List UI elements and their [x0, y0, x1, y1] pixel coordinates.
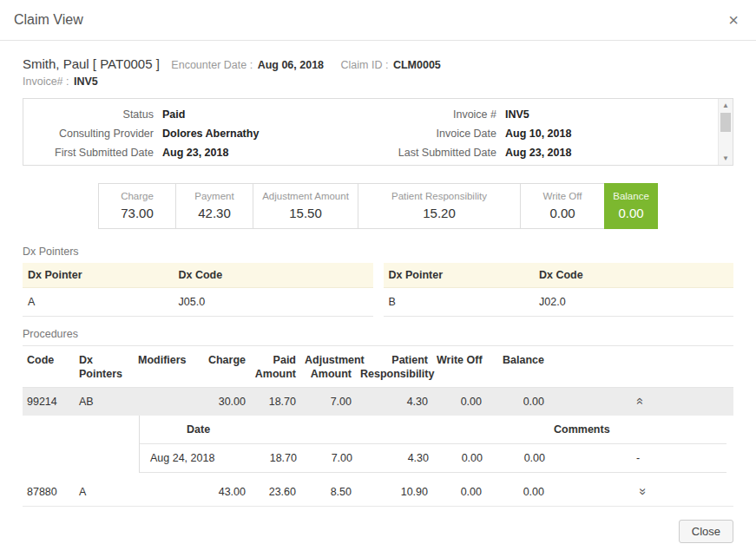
dx-header-row: Dx Pointer Dx Code: [384, 263, 734, 288]
write-off-cell: 0.00: [432, 387, 486, 416]
paid-amount-cell: 18.70: [250, 387, 300, 416]
claim-view-modal: Claim View × Smith, Paul [ PAT0005 ] Enc…: [0, 0, 756, 557]
close-icon[interactable]: ×: [728, 11, 739, 29]
balance-header: Balance: [486, 346, 549, 388]
detail-label: Status: [23, 108, 154, 121]
write-off-cell: 0.00: [433, 443, 487, 472]
dx-pointers-table-right: Dx Pointer Dx Code B J02.0: [384, 263, 734, 317]
scrollbar-thumb[interactable]: [720, 113, 731, 132]
detail-label: Consulting Provider: [23, 128, 154, 140]
table-row: A J05.0: [23, 288, 373, 317]
procedure-row: 87880 A 43.00 23.60 8.50 10.90 0.00 0.00…: [23, 478, 733, 507]
procedures-section-title: Procedures: [23, 328, 733, 340]
expand-chevron-icon[interactable]: «: [634, 488, 648, 495]
total-paid-amount: 42.30: [250, 506, 300, 513]
patient-responsibility-header: Patient Responsibility: [356, 346, 432, 388]
dx-code-cell: J02.0: [534, 288, 733, 317]
summary-card-charge: Charge 73.00: [98, 183, 176, 229]
detail-value: Dolores Abernathy: [154, 128, 323, 140]
total-balance: 0.00: [486, 506, 549, 513]
balance-cell: 0.00: [486, 387, 549, 416]
scroll-down-icon[interactable]: ▼: [719, 152, 733, 165]
procedures-table: Code Dx Pointers Modifiers Charge Paid A…: [23, 345, 733, 513]
total-adjustment-amount: 15.50: [300, 506, 356, 513]
card-label: Balance: [608, 191, 654, 201]
card-value: 73.00: [102, 206, 172, 220]
code-cell: 87880: [23, 478, 75, 507]
table-row: B J02.0: [384, 288, 734, 317]
detail-value: Aug 23, 2018: [496, 147, 712, 159]
dx-pointers-cell: A: [75, 478, 134, 507]
detail-label: First Submitted Date: [23, 147, 154, 159]
code-header: Code: [23, 346, 75, 388]
collapse-chevron-icon[interactable]: «: [634, 397, 648, 404]
patient-responsibility-cell: 10.90: [356, 478, 432, 507]
summary-card-balance: Balance 0.00: [604, 183, 658, 229]
paid-amount-header: Paid Amount: [250, 346, 300, 388]
modifiers-header: Modifiers: [134, 346, 196, 388]
total-charge: 73.00: [196, 506, 250, 513]
details-scrollbar[interactable]: ▲ ▼: [718, 99, 733, 165]
procedures-header-row: Code Dx Pointers Modifiers Charge Paid A…: [23, 346, 733, 388]
adjustment-amount-cell: 7.00: [301, 443, 357, 472]
paid-amount-cell: 23.60: [250, 478, 300, 507]
card-value: 0.00: [524, 206, 601, 220]
summary-card-write-off: Write Off 0.00: [520, 183, 605, 229]
dx-pointer-header: Dx Pointer: [23, 263, 174, 288]
page-title: Claim View: [14, 12, 83, 28]
balance-cell: 0.00: [486, 478, 549, 507]
write-off-header: Write Off: [432, 346, 486, 388]
invoice-label: Invoice# :: [23, 75, 69, 88]
charge-cell: 30.00: [196, 387, 250, 416]
write-off-cell: 0.00: [432, 478, 486, 507]
modal-header: Claim View ×: [0, 0, 756, 41]
invoice-line: Invoice# : INV5: [23, 75, 733, 88]
claim-details-panel: Status Paid Invoice # INV5 Consulting Pr…: [23, 98, 733, 166]
charge-cell: 43.00: [196, 478, 250, 507]
detail-value: Paid: [154, 108, 323, 121]
date-header: Date: [140, 416, 246, 444]
date-cell: Aug 24, 2018: [140, 443, 246, 472]
summary-card-adjustment: Adjustment Amount 15.50: [253, 183, 358, 229]
card-value: 0.00: [608, 206, 654, 220]
dx-pointers-table-left: Dx Pointer Dx Code A J05.0: [23, 263, 373, 317]
card-label: Adjustment Amount: [257, 191, 354, 201]
patient-name: Smith, Paul [ PAT0005 ]: [23, 56, 160, 71]
dx-pointer-cell: B: [384, 288, 535, 317]
summary-card-payment: Payment 42.30: [175, 183, 253, 229]
detail-spacer-header: [246, 416, 549, 444]
total-write-off: 0.00: [432, 506, 486, 513]
adjustment-amount-header: Adjustment Amount: [300, 346, 356, 388]
detail-label: Invoice #: [323, 108, 496, 121]
claim-id: Claim ID : CLM0005: [341, 59, 441, 71]
detail-value: INV5: [496, 108, 712, 121]
balance-cell: 0.00: [487, 443, 549, 472]
scroll-up-icon[interactable]: ▲: [719, 99, 733, 112]
total-patient-responsibility: 15.20: [356, 506, 432, 513]
patient-summary: Smith, Paul [ PAT0005 ] Encounter Date :…: [23, 56, 733, 71]
comments-cell: -: [549, 443, 726, 472]
detail-label: Last Submitted Date: [323, 147, 496, 159]
expander-cell: «: [549, 478, 733, 507]
card-value: 15.50: [257, 206, 354, 220]
dx-code-header: Dx Code: [534, 263, 733, 288]
adjustment-amount-cell: 7.00: [300, 387, 356, 416]
detail-value: Aug 10, 2018: [496, 128, 712, 140]
modal-footer: Close: [0, 513, 756, 557]
modifiers-cell: [134, 387, 196, 416]
totals-row: 73.00 42.30 15.50 15.20 0.00 0.00: [23, 506, 733, 513]
comments-header: Comments: [549, 416, 726, 444]
totals-spacer: [23, 506, 196, 513]
close-button[interactable]: Close: [679, 520, 733, 543]
claim-details-grid: Status Paid Invoice # INV5 Consulting Pr…: [23, 99, 733, 159]
card-label: Charge: [102, 191, 172, 201]
claim-id-label: Claim ID :: [341, 59, 389, 71]
modal-body: Smith, Paul [ PAT0005 ] Encounter Date :…: [0, 41, 756, 513]
dx-code-header: Dx Code: [174, 263, 373, 288]
expander-header: [549, 346, 733, 388]
card-label: Payment: [180, 191, 249, 201]
card-value: 42.30: [180, 206, 249, 220]
encounter-date-value: Aug 06, 2018: [258, 59, 324, 71]
modifiers-cell: [134, 478, 196, 507]
patient-responsibility-cell: 4.30: [357, 443, 433, 472]
